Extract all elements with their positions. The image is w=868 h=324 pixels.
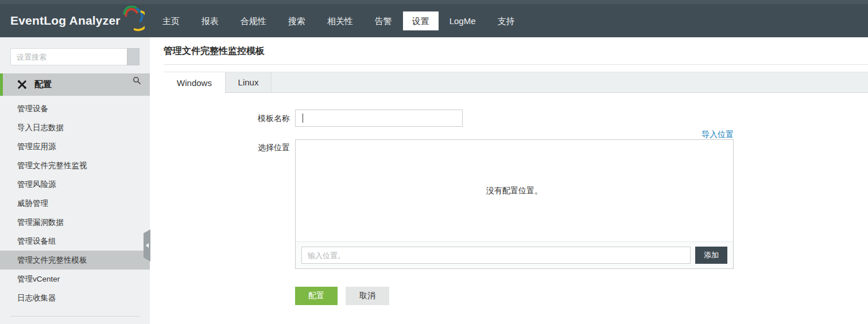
sidebar-section-search-icon[interactable]	[133, 76, 141, 87]
os-tabstrip: Windows Linux	[164, 72, 868, 93]
page-title: 管理文件完整性监控模板	[164, 45, 868, 57]
app-logo[interactable]: EventLog Analyzer	[0, 9, 145, 32]
sidebar-search	[10, 48, 140, 65]
sidebar-item-manage-application-sources[interactable]: 管理应用源	[0, 137, 150, 156]
sidebar-menu: 管理设备 导入日志数据 管理应用源 管理文件完整性监视 管理风险源 威胁管理 管…	[0, 96, 150, 307]
cancel-button[interactable]: 取消	[346, 287, 389, 305]
form-buttons: 配置 取消	[295, 287, 734, 305]
sidebar-item-import-log-data[interactable]: 导入日志数据	[0, 118, 150, 137]
sidebar-item-manage-vulnerability-data[interactable]: 管理漏洞数据	[0, 213, 150, 232]
sidebar-item-log-collector[interactable]: 日志收集器	[0, 288, 150, 307]
collapse-left-arrow-icon	[146, 243, 149, 248]
template-name-input[interactable]	[295, 110, 463, 127]
nav-item-correlation[interactable]: 相关性	[316, 11, 364, 30]
sidebar-divider	[10, 316, 140, 317]
nav-item-home[interactable]: 主页	[152, 11, 191, 30]
sidebar-collapse-handle[interactable]	[144, 229, 150, 261]
import-locations-link[interactable]: 导入位置	[702, 130, 734, 139]
sidebar-item-manage-fim[interactable]: 管理文件完整性监视	[0, 156, 150, 175]
location-input[interactable]	[301, 247, 691, 264]
tab-windows[interactable]: Windows	[164, 72, 226, 93]
sidebar-item-manage-fim-templates[interactable]: 管理文件完整性模板	[0, 251, 150, 270]
import-link-row: 导入位置	[295, 129, 734, 139]
configure-button[interactable]: 配置	[295, 287, 338, 305]
nav-item-settings[interactable]: 设置	[403, 11, 439, 30]
settings-sidebar: 配置 管理设备 导入日志数据 管理应用源 管理文件完整性监视 管理风险源 威胁管…	[0, 37, 150, 324]
top-nav-menu: 主页 报表 合规性 搜索 相关性 告警 设置 LogMe 支持	[152, 4, 526, 37]
nav-item-search[interactable]: 搜索	[277, 11, 316, 30]
text-cursor	[303, 114, 303, 123]
tools-icon	[17, 79, 28, 90]
sidebar-item-manage-devices[interactable]: 管理设备	[0, 99, 150, 118]
fim-template-form: 模板名称 导入位置 选择位置 没有配置位置。 添加 配置 取消	[164, 110, 868, 305]
sidebar-item-manage-risk-sources[interactable]: 管理风险源	[0, 175, 150, 194]
tab-linux[interactable]: Linux	[226, 72, 272, 92]
nav-item-compliance[interactable]: 合规性	[230, 11, 277, 30]
sidebar-search-button[interactable]	[127, 48, 140, 65]
select-location-label: 选择位置	[164, 139, 290, 269]
nav-item-logme[interactable]: LogMe	[439, 11, 487, 30]
locations-box: 没有配置位置。 添加	[295, 139, 734, 269]
title-divider	[164, 64, 868, 65]
nav-item-alerts[interactable]: 告警	[364, 11, 403, 30]
logo-swirl-icon	[122, 6, 145, 32]
location-entry-strip: 添加	[296, 241, 733, 268]
sidebar-item-manage-device-groups[interactable]: 管理设备组	[0, 232, 150, 251]
sidebar-section-title: 配置	[34, 79, 52, 90]
no-locations-message: 没有配置位置。	[296, 140, 733, 241]
main-content: 管理文件完整性监控模板 Windows Linux 模板名称 导入位置 选择位置…	[150, 37, 868, 324]
sidebar-item-manage-vcenter[interactable]: 管理vCenter	[0, 270, 150, 288]
sidebar-search-input[interactable]	[10, 48, 127, 65]
app-logo-text: EventLog Analyzer	[10, 14, 121, 28]
template-name-label: 模板名称	[164, 110, 290, 127]
sidebar-item-threat-management[interactable]: 威胁管理	[0, 194, 150, 213]
top-navbar: EventLog Analyzer 主页 报表 合规性 搜索 相关性 告警 设置…	[0, 0, 868, 37]
sidebar-section-configuration[interactable]: 配置	[0, 73, 150, 96]
nav-item-support[interactable]: 支持	[487, 11, 526, 30]
add-location-button[interactable]: 添加	[695, 247, 727, 264]
nav-item-reports[interactable]: 报表	[191, 11, 230, 30]
